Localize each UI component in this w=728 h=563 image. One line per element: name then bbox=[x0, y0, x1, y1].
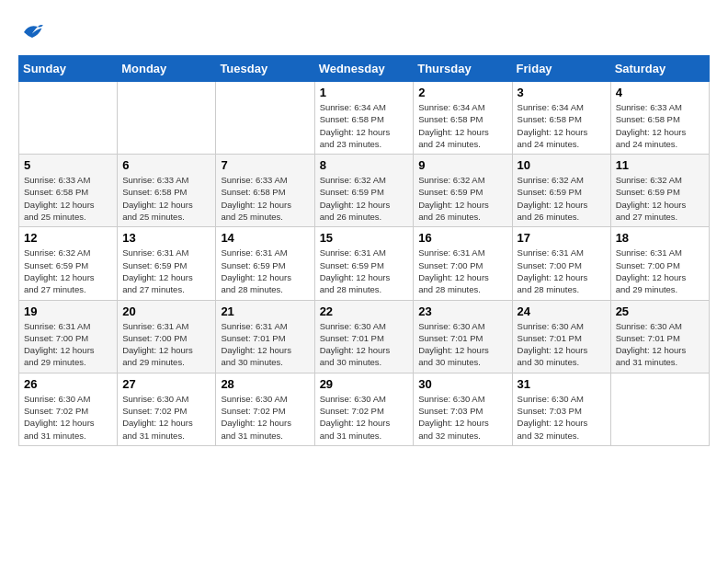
day-number: 13 bbox=[122, 231, 210, 245]
calendar-cell: 6Sunrise: 6:33 AM Sunset: 6:58 PM Daylig… bbox=[118, 155, 216, 227]
calendar-table: SundayMondayTuesdayWednesdayThursdayFrid… bbox=[18, 55, 710, 446]
calendar-cell: 27Sunrise: 6:30 AM Sunset: 7:02 PM Dayli… bbox=[118, 373, 216, 445]
calendar-cell: 30Sunrise: 6:30 AM Sunset: 7:03 PM Dayli… bbox=[414, 373, 512, 445]
day-info: Sunrise: 6:30 AM Sunset: 7:02 PM Dayligh… bbox=[221, 393, 309, 442]
calendar-week-row: 26Sunrise: 6:30 AM Sunset: 7:02 PM Dayli… bbox=[19, 373, 710, 445]
calendar-cell: 17Sunrise: 6:31 AM Sunset: 7:00 PM Dayli… bbox=[512, 227, 610, 300]
calendar-cell: 11Sunrise: 6:32 AM Sunset: 6:59 PM Dayli… bbox=[610, 155, 709, 227]
day-number: 20 bbox=[122, 304, 210, 318]
calendar-cell: 1Sunrise: 6:34 AM Sunset: 6:58 PM Daylig… bbox=[314, 82, 414, 155]
day-number: 1 bbox=[320, 86, 409, 99]
calendar-cell: 15Sunrise: 6:31 AM Sunset: 6:59 PM Dayli… bbox=[314, 227, 414, 300]
day-number: 24 bbox=[518, 304, 606, 318]
day-number: 10 bbox=[518, 158, 606, 172]
calendar-cell: 12Sunrise: 6:32 AM Sunset: 6:59 PM Dayli… bbox=[19, 227, 118, 300]
calendar-cell: 8Sunrise: 6:32 AM Sunset: 6:59 PM Daylig… bbox=[314, 155, 414, 227]
day-info: Sunrise: 6:33 AM Sunset: 6:58 PM Dayligh… bbox=[122, 174, 210, 223]
calendar-cell: 19Sunrise: 6:31 AM Sunset: 7:00 PM Dayli… bbox=[19, 300, 118, 373]
day-info: Sunrise: 6:31 AM Sunset: 6:59 PM Dayligh… bbox=[122, 247, 210, 295]
calendar-cell: 13Sunrise: 6:31 AM Sunset: 6:59 PM Dayli… bbox=[118, 227, 216, 300]
day-info: Sunrise: 6:30 AM Sunset: 7:01 PM Dayligh… bbox=[418, 320, 506, 369]
calendar-cell: 3Sunrise: 6:34 AM Sunset: 6:58 PM Daylig… bbox=[512, 82, 610, 155]
day-info: Sunrise: 6:33 AM Sunset: 6:58 PM Dayligh… bbox=[24, 174, 112, 223]
day-number: 17 bbox=[518, 231, 606, 245]
day-info: Sunrise: 6:30 AM Sunset: 7:03 PM Dayligh… bbox=[418, 393, 506, 442]
calendar-cell: 24Sunrise: 6:30 AM Sunset: 7:01 PM Dayli… bbox=[512, 300, 610, 373]
day-info: Sunrise: 6:31 AM Sunset: 7:01 PM Dayligh… bbox=[221, 320, 309, 369]
day-info: Sunrise: 6:31 AM Sunset: 7:00 PM Dayligh… bbox=[24, 320, 112, 369]
calendar-week-row: 5Sunrise: 6:33 AM Sunset: 6:58 PM Daylig… bbox=[19, 155, 710, 227]
calendar-cell bbox=[610, 373, 709, 445]
day-number: 11 bbox=[616, 158, 704, 172]
calendar-cell: 5Sunrise: 6:33 AM Sunset: 6:58 PM Daylig… bbox=[19, 155, 118, 227]
day-number: 2 bbox=[418, 86, 506, 99]
calendar-cell: 14Sunrise: 6:31 AM Sunset: 6:59 PM Dayli… bbox=[216, 227, 314, 300]
day-info: Sunrise: 6:34 AM Sunset: 6:58 PM Dayligh… bbox=[518, 101, 606, 150]
day-info: Sunrise: 6:31 AM Sunset: 6:59 PM Dayligh… bbox=[320, 247, 409, 295]
calendar-cell bbox=[19, 82, 118, 155]
day-number: 4 bbox=[616, 86, 704, 99]
calendar-cell: 21Sunrise: 6:31 AM Sunset: 7:01 PM Dayli… bbox=[216, 300, 314, 373]
day-number: 28 bbox=[221, 377, 309, 391]
day-number: 26 bbox=[24, 377, 112, 391]
weekday-header: Tuesday bbox=[216, 56, 314, 82]
day-info: Sunrise: 6:31 AM Sunset: 7:00 PM Dayligh… bbox=[122, 320, 210, 369]
day-info: Sunrise: 6:33 AM Sunset: 6:58 PM Dayligh… bbox=[616, 101, 704, 150]
calendar-cell: 23Sunrise: 6:30 AM Sunset: 7:01 PM Dayli… bbox=[414, 300, 512, 373]
calendar-cell: 29Sunrise: 6:30 AM Sunset: 7:02 PM Dayli… bbox=[314, 373, 414, 445]
day-info: Sunrise: 6:32 AM Sunset: 6:59 PM Dayligh… bbox=[320, 174, 409, 223]
day-info: Sunrise: 6:30 AM Sunset: 7:01 PM Dayligh… bbox=[616, 320, 704, 369]
day-info: Sunrise: 6:31 AM Sunset: 7:00 PM Dayligh… bbox=[418, 247, 506, 295]
day-number: 6 bbox=[122, 158, 210, 172]
day-number: 31 bbox=[518, 377, 606, 391]
day-info: Sunrise: 6:32 AM Sunset: 6:59 PM Dayligh… bbox=[24, 247, 112, 295]
calendar-cell: 28Sunrise: 6:30 AM Sunset: 7:02 PM Dayli… bbox=[216, 373, 314, 445]
calendar-cell: 9Sunrise: 6:32 AM Sunset: 6:59 PM Daylig… bbox=[414, 155, 512, 227]
day-info: Sunrise: 6:30 AM Sunset: 7:01 PM Dayligh… bbox=[320, 320, 409, 369]
day-info: Sunrise: 6:30 AM Sunset: 7:02 PM Dayligh… bbox=[24, 393, 112, 442]
weekday-header: Friday bbox=[512, 56, 610, 82]
calendar-cell: 18Sunrise: 6:31 AM Sunset: 7:00 PM Dayli… bbox=[610, 227, 709, 300]
calendar-cell: 26Sunrise: 6:30 AM Sunset: 7:02 PM Dayli… bbox=[19, 373, 118, 445]
day-number: 8 bbox=[320, 158, 409, 172]
day-number: 23 bbox=[418, 304, 506, 318]
weekday-header: Wednesday bbox=[314, 56, 414, 82]
day-info: Sunrise: 6:33 AM Sunset: 6:58 PM Dayligh… bbox=[221, 174, 309, 223]
calendar-cell: 4Sunrise: 6:33 AM Sunset: 6:58 PM Daylig… bbox=[610, 82, 709, 155]
day-info: Sunrise: 6:31 AM Sunset: 7:00 PM Dayligh… bbox=[616, 247, 704, 295]
logo-icon bbox=[18, 18, 46, 46]
day-number: 7 bbox=[221, 158, 309, 172]
day-info: Sunrise: 6:30 AM Sunset: 7:02 PM Dayligh… bbox=[320, 393, 409, 442]
day-number: 3 bbox=[518, 86, 606, 99]
day-number: 14 bbox=[221, 231, 309, 245]
calendar-header-row: SundayMondayTuesdayWednesdayThursdayFrid… bbox=[19, 56, 710, 82]
logo bbox=[18, 18, 50, 46]
weekday-header: Sunday bbox=[19, 56, 118, 82]
day-number: 25 bbox=[616, 304, 704, 318]
calendar-cell: 10Sunrise: 6:32 AM Sunset: 6:59 PM Dayli… bbox=[512, 155, 610, 227]
day-number: 18 bbox=[616, 231, 704, 245]
day-number: 21 bbox=[221, 304, 309, 318]
calendar-week-row: 1Sunrise: 6:34 AM Sunset: 6:58 PM Daylig… bbox=[19, 82, 710, 155]
day-number: 12 bbox=[24, 231, 112, 245]
day-number: 15 bbox=[320, 231, 409, 245]
calendar-cell bbox=[118, 82, 216, 155]
day-info: Sunrise: 6:32 AM Sunset: 6:59 PM Dayligh… bbox=[616, 174, 704, 223]
calendar-cell: 16Sunrise: 6:31 AM Sunset: 7:00 PM Dayli… bbox=[414, 227, 512, 300]
calendar-week-row: 19Sunrise: 6:31 AM Sunset: 7:00 PM Dayli… bbox=[19, 300, 710, 373]
day-number: 22 bbox=[320, 304, 409, 318]
weekday-header: Saturday bbox=[610, 56, 709, 82]
day-info: Sunrise: 6:34 AM Sunset: 6:58 PM Dayligh… bbox=[418, 101, 506, 150]
calendar-cell bbox=[216, 82, 314, 155]
day-info: Sunrise: 6:30 AM Sunset: 7:02 PM Dayligh… bbox=[122, 393, 210, 442]
day-info: Sunrise: 6:31 AM Sunset: 6:59 PM Dayligh… bbox=[221, 247, 309, 295]
calendar-cell: 2Sunrise: 6:34 AM Sunset: 6:58 PM Daylig… bbox=[414, 82, 512, 155]
day-number: 27 bbox=[122, 377, 210, 391]
calendar-cell: 7Sunrise: 6:33 AM Sunset: 6:58 PM Daylig… bbox=[216, 155, 314, 227]
day-number: 19 bbox=[24, 304, 112, 318]
day-info: Sunrise: 6:31 AM Sunset: 7:00 PM Dayligh… bbox=[518, 247, 606, 295]
calendar-week-row: 12Sunrise: 6:32 AM Sunset: 6:59 PM Dayli… bbox=[19, 227, 710, 300]
day-number: 5 bbox=[24, 158, 112, 172]
calendar-cell: 20Sunrise: 6:31 AM Sunset: 7:00 PM Dayli… bbox=[118, 300, 216, 373]
day-number: 9 bbox=[418, 158, 506, 172]
